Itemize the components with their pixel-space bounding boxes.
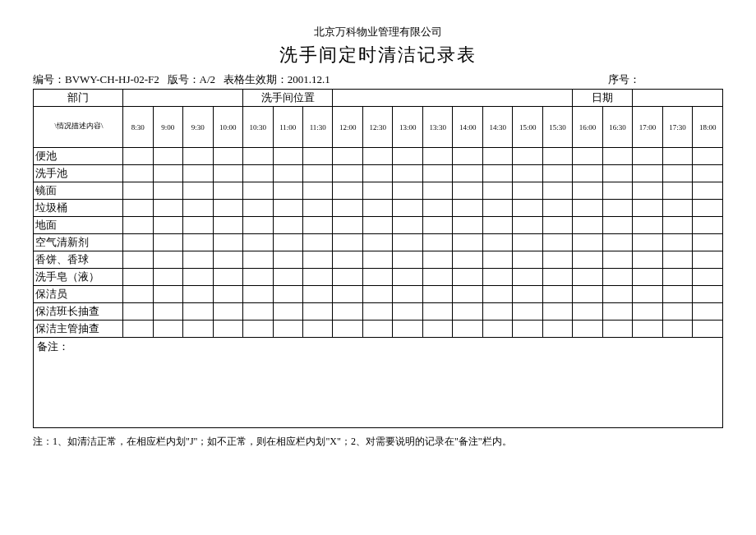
record-cell bbox=[333, 148, 362, 165]
record-cell bbox=[602, 182, 632, 200]
record-cell bbox=[183, 165, 213, 182]
record-cell bbox=[362, 165, 392, 182]
row-label: 洗手池 bbox=[34, 165, 123, 182]
record-cell bbox=[153, 234, 182, 251]
record-cell bbox=[303, 217, 333, 234]
row-label: 便池 bbox=[34, 148, 123, 165]
record-cell bbox=[393, 303, 422, 321]
record-cell bbox=[422, 217, 452, 234]
document-title: 洗手间定时清洁记录表 bbox=[33, 43, 723, 67]
record-cell bbox=[303, 200, 333, 217]
record-cell bbox=[243, 165, 273, 182]
record-cell bbox=[123, 321, 153, 338]
record-cell bbox=[573, 321, 602, 338]
record-cell bbox=[393, 182, 422, 200]
record-cell bbox=[602, 303, 632, 321]
record-cell bbox=[243, 286, 273, 303]
record-cell bbox=[243, 303, 273, 321]
record-cell bbox=[422, 182, 452, 200]
record-cell bbox=[482, 321, 512, 338]
record-cell bbox=[513, 200, 542, 217]
record-cell bbox=[693, 182, 723, 200]
record-cell bbox=[273, 217, 302, 234]
record-cell bbox=[153, 251, 182, 269]
record-cell bbox=[482, 200, 512, 217]
record-cell bbox=[542, 286, 572, 303]
record-cell bbox=[362, 200, 392, 217]
record-cell bbox=[513, 286, 542, 303]
record-cell bbox=[573, 251, 602, 269]
seq-label: 序号： bbox=[608, 73, 640, 85]
location-value bbox=[333, 90, 573, 107]
dept-label: 部门 bbox=[34, 90, 123, 107]
record-cell bbox=[542, 217, 572, 234]
record-cell bbox=[153, 148, 182, 165]
dept-value bbox=[123, 90, 243, 107]
record-cell bbox=[123, 148, 153, 165]
record-cell bbox=[633, 217, 662, 234]
record-cell bbox=[393, 200, 422, 217]
record-cell bbox=[123, 303, 153, 321]
row-label: 保洁员 bbox=[34, 286, 123, 303]
table-row: 保洁员 bbox=[34, 286, 723, 303]
record-cell bbox=[633, 200, 662, 217]
time-col: 9:30 bbox=[183, 107, 213, 148]
record-cell bbox=[693, 321, 723, 338]
record-cell bbox=[602, 321, 632, 338]
record-cell bbox=[303, 303, 333, 321]
record-cell bbox=[542, 200, 572, 217]
record-cell bbox=[273, 303, 302, 321]
record-cell bbox=[333, 303, 362, 321]
record-cell bbox=[213, 148, 242, 165]
record-cell bbox=[633, 269, 662, 286]
record-cell bbox=[123, 251, 153, 269]
record-cell bbox=[393, 234, 422, 251]
record-cell bbox=[243, 321, 273, 338]
table-row: 保洁班长抽查 bbox=[34, 303, 723, 321]
record-cell bbox=[213, 251, 242, 269]
record-cell bbox=[633, 321, 662, 338]
record-cell bbox=[482, 182, 512, 200]
row-label: 垃圾桶 bbox=[34, 200, 123, 217]
record-cell bbox=[482, 148, 512, 165]
record-cell bbox=[273, 251, 302, 269]
record-cell bbox=[303, 182, 333, 200]
record-cell bbox=[573, 286, 602, 303]
time-col: 15:30 bbox=[542, 107, 572, 148]
record-cell bbox=[123, 182, 153, 200]
record-cell bbox=[303, 251, 333, 269]
record-cell bbox=[183, 234, 213, 251]
record-cell bbox=[273, 200, 302, 217]
record-cell bbox=[513, 269, 542, 286]
record-cell bbox=[662, 251, 692, 269]
record-cell bbox=[482, 303, 512, 321]
record-cell bbox=[662, 321, 692, 338]
record-cell bbox=[123, 286, 153, 303]
record-cell bbox=[602, 148, 632, 165]
record-cell bbox=[362, 234, 392, 251]
record-cell bbox=[453, 321, 482, 338]
table-row: 镜面 bbox=[34, 182, 723, 200]
code-value: BVWY-CH-HJ-02-F2 bbox=[65, 73, 159, 85]
record-cell bbox=[393, 321, 422, 338]
record-cell bbox=[183, 148, 213, 165]
record-cell bbox=[662, 286, 692, 303]
record-cell bbox=[542, 148, 572, 165]
row-label: 地面 bbox=[34, 217, 123, 234]
record-cell bbox=[362, 286, 392, 303]
record-cell bbox=[303, 234, 333, 251]
record-cell bbox=[693, 303, 723, 321]
record-cell bbox=[662, 200, 692, 217]
record-cell bbox=[333, 182, 362, 200]
record-cell bbox=[482, 217, 512, 234]
record-cell bbox=[303, 165, 333, 182]
time-col: 8:30 bbox=[123, 107, 153, 148]
effective-label: 表格生效期： bbox=[224, 73, 288, 85]
record-cell bbox=[633, 182, 662, 200]
record-cell bbox=[662, 165, 692, 182]
record-cell bbox=[303, 148, 333, 165]
record-cell bbox=[693, 234, 723, 251]
record-cell bbox=[482, 165, 512, 182]
record-cell bbox=[482, 234, 512, 251]
record-cell bbox=[662, 303, 692, 321]
